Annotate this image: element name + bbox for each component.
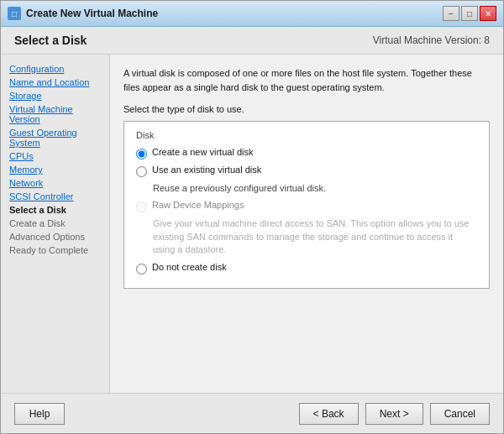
title-buttons: − □ ✕ [443, 6, 496, 21]
option-no-disk[interactable]: Do not create disk [136, 262, 477, 275]
option-use-existing[interactable]: Use an existing virtual disk [136, 165, 477, 177]
description-text: A virtual disk is composed of one or mor… [123, 66, 490, 94]
vm-icon: □ [8, 7, 21, 20]
help-button[interactable]: Help [14, 403, 65, 425]
sidebar-item-create-a-disk: Create a Disk [8, 217, 102, 229]
sidebar-item-scsi-controller[interactable]: SCSI Controller [8, 191, 102, 202]
radio-raw-device [136, 201, 147, 212]
radio-no-disk[interactable] [136, 264, 147, 275]
select-type-label: Select the type of disk to use. [123, 104, 490, 114]
page-title: Select a Disk [14, 34, 87, 47]
title-bar-left: □ Create New Virtual Machine [8, 7, 158, 20]
main-content: A virtual disk is composed of one or mor… [110, 55, 503, 393]
radio-create-new[interactable] [136, 149, 147, 159]
footer: Help < Back Next > Cancel [1, 393, 503, 433]
subtext-use-existing: Reuse a previously configured virtual di… [153, 182, 477, 195]
sidebar-item-memory[interactable]: Memory [8, 164, 102, 175]
content-area: ConfigurationName and LocationStorageVir… [1, 55, 503, 393]
sidebar-item-network[interactable]: Network [8, 177, 102, 189]
option-create-new[interactable]: Create a new virtual disk [136, 147, 477, 159]
sidebar-item-select-a-disk: Select a Disk [8, 204, 102, 216]
next-button[interactable]: Next > [365, 403, 423, 425]
sidebar-item-ready-to-complete: Ready to Complete [8, 244, 102, 256]
disk-group-label: Disk [136, 130, 477, 140]
sidebar-item-storage[interactable]: Storage [8, 90, 102, 102]
sidebar-item-guest-operating-system[interactable]: Guest Operating System [8, 127, 102, 149]
option-raw-device: Raw Device Mappings [136, 200, 477, 212]
footer-right: < Back Next > Cancel [299, 403, 490, 425]
vm-version: Virtual Machine Version: 8 [373, 34, 490, 46]
radio-use-existing[interactable] [136, 166, 147, 177]
label-raw-device: Raw Device Mappings [152, 200, 244, 210]
back-button[interactable]: < Back [299, 403, 359, 425]
sidebar-item-cpus[interactable]: CPUs [8, 150, 102, 162]
maximize-button[interactable]: □ [461, 6, 478, 21]
sidebar: ConfigurationName and LocationStorageVir… [1, 55, 110, 393]
sidebar-item-name-and-location[interactable]: Name and Location [8, 76, 102, 88]
header-bar: Select a Disk Virtual Machine Version: 8 [1, 27, 503, 55]
main-window: □ Create New Virtual Machine − □ ✕ Selec… [0, 0, 504, 434]
window-title: Create New Virtual Machine [26, 8, 158, 19]
label-use-existing: Use an existing virtual disk [152, 165, 261, 175]
sidebar-item-virtual-machine-version[interactable]: Virtual Machine Version [8, 103, 102, 125]
cancel-button[interactable]: Cancel [430, 403, 490, 425]
title-bar: □ Create New Virtual Machine − □ ✕ [1, 1, 503, 27]
close-button[interactable]: ✕ [480, 6, 496, 21]
minimize-button[interactable]: − [443, 6, 459, 21]
sidebar-item-advanced-options: Advanced Options [8, 231, 102, 243]
sidebar-item-configuration[interactable]: Configuration [8, 63, 102, 75]
label-create-new: Create a new virtual disk [152, 147, 253, 157]
subtext-raw-device: Give your virtual machine direct access … [153, 217, 477, 256]
footer-left: Help [14, 403, 65, 425]
label-no-disk: Do not create disk [152, 262, 227, 272]
disk-group: Disk Create a new virtual disk Use an ex… [123, 121, 490, 289]
